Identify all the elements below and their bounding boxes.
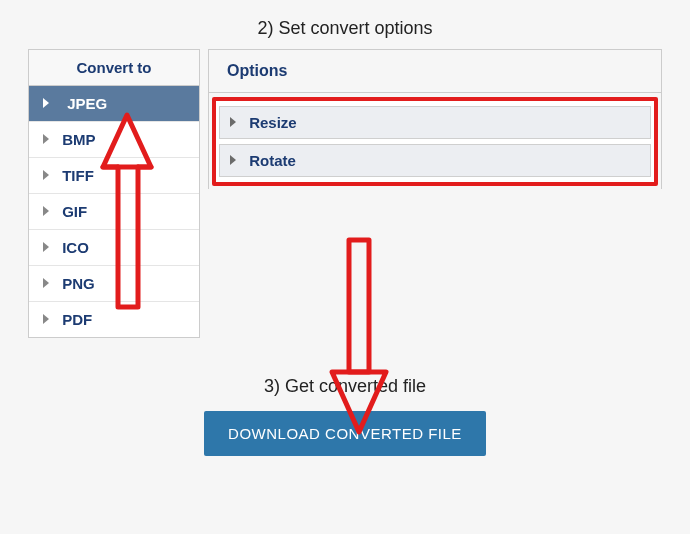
- expand-icon: [230, 117, 236, 127]
- sidebar-item-pdf[interactable]: PDF: [29, 302, 199, 337]
- sidebar-item-jpeg[interactable]: JPEG: [29, 86, 199, 122]
- expand-icon: [43, 242, 49, 252]
- sidebar-item-bmp[interactable]: BMP: [29, 122, 199, 158]
- sidebar-header: Convert to: [29, 50, 199, 86]
- expand-icon: [43, 206, 49, 216]
- options-panel: Options Resize Rotate: [208, 49, 662, 189]
- sidebar-item-gif[interactable]: GIF: [29, 194, 199, 230]
- expand-icon: [43, 170, 49, 180]
- expand-icon: [43, 314, 49, 324]
- sidebar-item-png[interactable]: PNG: [29, 266, 199, 302]
- sidebar-item-label: PNG: [62, 275, 95, 292]
- expand-icon: [43, 278, 49, 288]
- expand-icon: [230, 155, 236, 165]
- sidebar-item-label: PDF: [62, 311, 92, 328]
- option-rotate[interactable]: Rotate: [219, 144, 651, 177]
- option-row-label: Rotate: [249, 152, 296, 169]
- step3-title: 3) Get converted file: [0, 338, 690, 397]
- sidebar-item-label: ICO: [62, 239, 89, 256]
- sidebar-item-label: TIFF: [62, 167, 94, 184]
- option-row-label: Resize: [249, 114, 297, 131]
- sidebar-item-label: JPEG: [67, 95, 107, 112]
- step2-title: 2) Set convert options: [0, 0, 690, 49]
- expand-icon: [43, 98, 54, 108]
- sidebar-item-label: BMP: [62, 131, 95, 148]
- sidebar-item-ico[interactable]: ICO: [29, 230, 199, 266]
- options-highlight-annotation: Resize Rotate: [212, 97, 658, 186]
- option-resize[interactable]: Resize: [219, 106, 651, 139]
- format-sidebar: Convert to JPEG BMP TIFF GIF ICO PNG PDF: [28, 49, 200, 338]
- sidebar-item-tiff[interactable]: TIFF: [29, 158, 199, 194]
- download-button[interactable]: DOWNLOAD CONVERTED FILE: [204, 411, 486, 456]
- expand-icon: [43, 134, 49, 144]
- sidebar-item-label: GIF: [62, 203, 87, 220]
- options-header: Options: [209, 50, 661, 93]
